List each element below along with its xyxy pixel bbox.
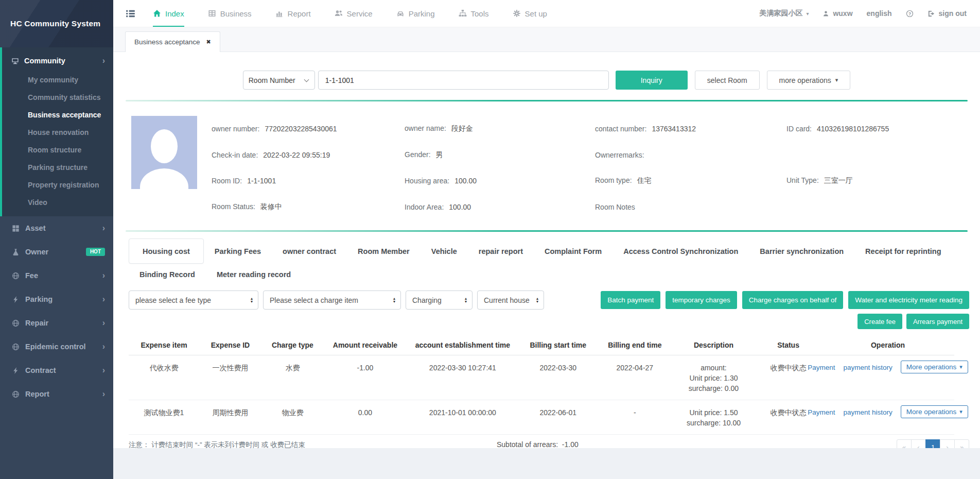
- cell-established: 2021-10-01 00:00:00: [407, 400, 519, 435]
- col-account-establishment-time: account establishment time: [407, 337, 519, 355]
- nav-label: Tools: [471, 9, 489, 18]
- page-prev-button[interactable]: ‹: [911, 439, 926, 448]
- select-room-label: select Room: [707, 76, 747, 84]
- tab-owner-contract[interactable]: owner contract: [272, 247, 347, 255]
- nav-set-up[interactable]: Set up: [513, 0, 547, 27]
- desktop-icon: [11, 57, 19, 65]
- sidebar-section-epidemic-control[interactable]: Epidemic control ›: [0, 335, 113, 358]
- chevron-down-icon: [304, 77, 309, 82]
- community-switcher[interactable]: 美满家园小区 ▾: [759, 9, 809, 18]
- tab-complaint-form[interactable]: Complaint Form: [534, 247, 612, 255]
- help-button[interactable]: [906, 10, 914, 18]
- cell-operation: Payment payment history More operations▾: [821, 400, 954, 435]
- tab-repair-report[interactable]: repair report: [468, 247, 534, 255]
- room-search-input[interactable]: [318, 71, 609, 90]
- batch-payment-button[interactable]: Batch payment: [601, 291, 660, 309]
- charge-item-select[interactable]: Please select a charge item ▴▾: [263, 290, 401, 310]
- language-switcher[interactable]: english: [867, 9, 892, 18]
- sidebar-section-owner[interactable]: Owner HOT: [0, 240, 113, 264]
- search-field-select[interactable]: Room Number: [243, 71, 315, 90]
- sidebar-section-contract[interactable]: Contract ›: [0, 358, 113, 382]
- field-room-type: Room type:住宅: [595, 176, 786, 185]
- more-operations-row-button[interactable]: More operations▾: [901, 405, 968, 418]
- cell-charge-type: 水费: [261, 355, 324, 400]
- tab-business-acceptance[interactable]: Business acceptance ✖: [125, 31, 220, 52]
- page-first-button[interactable]: «: [897, 439, 912, 448]
- nav-tools[interactable]: Tools: [459, 0, 489, 27]
- tab-parking-fees[interactable]: Parking Fees: [204, 247, 272, 255]
- create-fee-button[interactable]: Create fee: [857, 314, 902, 329]
- cell-billing-start: 2022-06-01: [519, 400, 598, 435]
- sidebar-section-label: Repair: [25, 319, 48, 327]
- close-icon[interactable]: ✖: [206, 39, 211, 45]
- caret-down-icon: ▾: [835, 77, 838, 83]
- nav-label: Set up: [525, 9, 547, 18]
- sidebar-item-video[interactable]: Video: [2, 194, 113, 211]
- sidebar-section-fee[interactable]: Fee ›: [0, 264, 113, 287]
- sidebar-item-community-statistics[interactable]: Community statistics: [2, 89, 113, 106]
- tab-receipt-reprinting[interactable]: Receipt for reprinting: [854, 247, 952, 255]
- payment-history-link[interactable]: payment history: [843, 363, 892, 373]
- tab-access-control-sync[interactable]: Access Control Synchronization: [612, 247, 749, 255]
- tab-vehicle[interactable]: Vehicle: [421, 247, 468, 255]
- field-housing-area: Housing area:100.00: [405, 177, 595, 185]
- fee-notes: 注意： 计费结束时间 “-” 表示未到计费时间 或 收费已结束 应收金额 为-1…: [129, 439, 389, 448]
- more-operations-label: more operations: [779, 76, 831, 84]
- more-operations-button[interactable]: more operations ▾: [767, 71, 851, 90]
- sidebar-item-house-renovation[interactable]: House renovation: [2, 124, 113, 141]
- payment-history-link[interactable]: payment history: [843, 407, 892, 418]
- sidebar-section-asset[interactable]: Asset ›: [0, 216, 113, 240]
- temporary-charges-button[interactable]: temporary charges: [666, 291, 737, 309]
- house-select[interactable]: Current house ▴▾: [477, 290, 544, 310]
- sidebar-item-property-registration[interactable]: Property registration: [2, 176, 113, 194]
- meter-reading-button[interactable]: Water and electricity meter reading: [848, 291, 969, 309]
- sign-out-button[interactable]: sign out: [927, 9, 967, 18]
- sidebar-item-my-community[interactable]: My community: [2, 71, 113, 89]
- arrears-payment-button[interactable]: Arrears payment: [906, 314, 969, 329]
- hot-badge: HOT: [86, 248, 105, 256]
- current-user[interactable]: wuxw: [822, 9, 852, 18]
- payment-link[interactable]: Payment: [808, 407, 835, 418]
- tab-meter-reading-record[interactable]: Meter reading record: [206, 270, 302, 279]
- select-arrows-icon: ▴▾: [393, 297, 395, 303]
- select-arrows-icon: ▴▾: [465, 297, 467, 303]
- nav-business[interactable]: Business: [208, 0, 252, 27]
- page-last-button[interactable]: »: [954, 439, 969, 448]
- fee-type-select[interactable]: please select a fee type ▴▾: [129, 290, 258, 310]
- select-arrows-icon: ▴▾: [536, 297, 538, 303]
- inquiry-button[interactable]: Inquiry: [616, 71, 688, 90]
- tab-binding-record[interactable]: Binding Record: [129, 270, 206, 279]
- sidebar-section-label: Parking: [25, 295, 52, 303]
- sidebar-section-label: Report: [25, 390, 49, 398]
- cell-established: 2022-03-30 10:27:41: [407, 355, 519, 400]
- sidebar-item-room-structure[interactable]: Room structure: [2, 141, 113, 159]
- tab-room-member[interactable]: Room Member: [347, 247, 421, 255]
- tab-housing-cost[interactable]: Housing cost: [129, 238, 204, 264]
- page-next-button[interactable]: ›: [940, 439, 955, 448]
- nav-service[interactable]: Service: [335, 0, 373, 27]
- payment-link[interactable]: Payment: [808, 363, 835, 373]
- tab-barrier-sync[interactable]: Barrier synchronization: [749, 247, 854, 255]
- sidebar-item-business-acceptance[interactable]: Business acceptance: [2, 106, 113, 124]
- charge-on-behalf-button[interactable]: Charge charges on behalf of: [742, 291, 843, 309]
- sidebar-section-repair[interactable]: Repair ›: [0, 311, 113, 335]
- sidebar-section-report[interactable]: Report ›: [0, 382, 113, 406]
- nav-report[interactable]: Report: [275, 0, 311, 27]
- more-operations-row-button[interactable]: More operations▾: [901, 361, 968, 373]
- field-room-notes: Room Notes: [595, 203, 786, 211]
- caret-down-icon: ▾: [806, 11, 809, 16]
- detail-tabs: Housing cost Parking Fees owner contract…: [129, 238, 965, 279]
- nav-parking[interactable]: Parking: [396, 0, 435, 27]
- col-description: Description: [672, 337, 755, 355]
- nav-index[interactable]: Index: [153, 0, 184, 27]
- sidebar-section-community[interactable]: Community ›: [2, 50, 113, 71]
- sidebar-item-parking-structure[interactable]: Parking structure: [2, 159, 113, 176]
- globe-icon: [12, 390, 20, 398]
- select-room-button[interactable]: select Room: [695, 71, 760, 90]
- nav-label: Report: [288, 9, 311, 18]
- sidebar-toggle-icon[interactable]: [126, 9, 135, 19]
- page-1-button[interactable]: 1: [925, 439, 940, 448]
- chevron-right-icon: ›: [102, 224, 105, 232]
- charging-select[interactable]: Charging ▴▾: [406, 290, 472, 310]
- sidebar-section-parking[interactable]: Parking ›: [0, 287, 113, 311]
